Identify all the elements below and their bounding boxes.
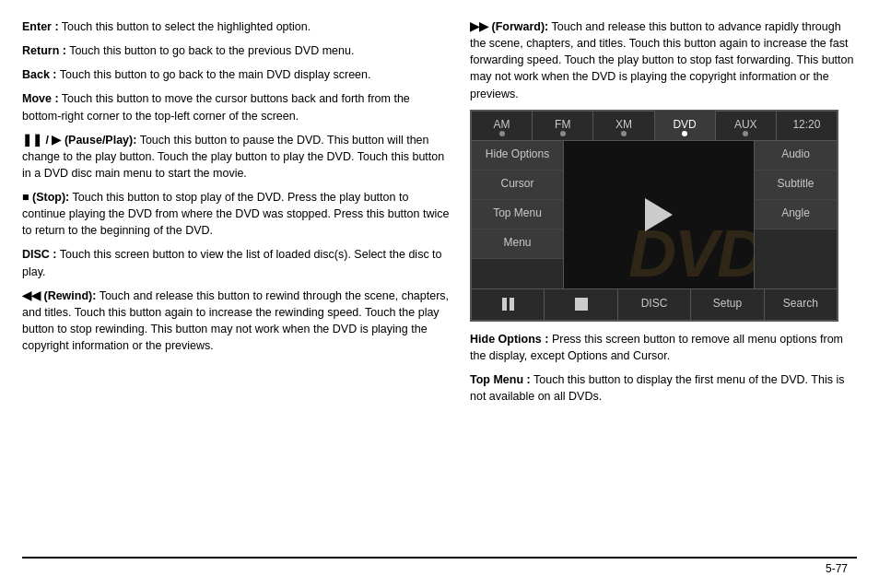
center-area: DVD [564, 141, 754, 288]
aux-dot [743, 131, 748, 136]
move-para: Move : Touch this button to move the cur… [22, 90, 451, 123]
top-menu-button[interactable]: Top Menu [472, 200, 563, 229]
dvd-button[interactable]: DVD [655, 111, 716, 140]
top-bar: AM FM XM DVD [472, 112, 837, 141]
subtitle-button[interactable]: Subtitle [755, 171, 837, 200]
disc-label: DISC : [22, 248, 57, 261]
hide-options-button[interactable]: Hide Options [472, 141, 563, 171]
stop-text: Touch this button to stop play of the DV… [22, 191, 449, 237]
return-para: Return : Touch this button to go back to… [22, 42, 451, 59]
hide-options-para: Hide Options : Press this screen button … [470, 331, 857, 364]
stop-para: ■ (Stop): Touch this button to stop play… [22, 189, 451, 239]
enter-label: Enter : [22, 20, 59, 33]
return-label: Return : [22, 44, 66, 57]
return-text: Touch this button to go back to the prev… [66, 44, 354, 57]
angle-button[interactable]: Angle [755, 200, 837, 229]
rewind-label: ◀◀ (Rewind): [22, 289, 96, 302]
footer-bar: 5-77 [22, 557, 857, 579]
search-button[interactable]: Search [765, 288, 837, 320]
disc-bottom-button[interactable]: DISC [618, 288, 691, 320]
audio-button[interactable]: Audio [755, 141, 837, 171]
rewind-para: ◀◀ (Rewind): Touch and release this butt… [22, 288, 451, 355]
play-triangle-icon [645, 198, 673, 231]
dvd-dot [682, 131, 687, 136]
enter-para: Enter : Touch this button to select the … [22, 18, 451, 35]
enter-text: Touch this button to select the highligh… [59, 20, 311, 33]
top-menu-para: Top Menu : Touch this button to display … [470, 371, 857, 405]
pause-button[interactable] [472, 288, 545, 320]
page: Enter : Touch this button to select the … [0, 0, 879, 588]
disc-para: DISC : Touch this screen button to view … [22, 246, 451, 279]
back-label: Back : [22, 68, 57, 81]
left-column: Enter : Touch this button to select the … [22, 18, 451, 553]
fm-button[interactable]: FM [533, 111, 593, 140]
pauseplay-label: ❚❚ / ▶ (Pause/Play): [22, 134, 136, 147]
right-column: ▶▶ (Forward): Touch and release this but… [470, 18, 857, 553]
pauseplay-para: ❚❚ / ▶ (Pause/Play): Touch this button t… [22, 132, 451, 182]
screen-body: Hide Options Cursor Top Menu Menu DVD [472, 141, 837, 288]
move-text: Touch this button to move the cursor but… [22, 92, 410, 122]
left-menu: Hide Options Cursor Top Menu Menu [472, 141, 564, 288]
am-dot [499, 131, 505, 136]
stop-button[interactable] [545, 288, 617, 320]
forward-label: ▶▶ (Forward): [470, 20, 548, 33]
time-display: 12:20 [777, 111, 837, 140]
move-label: Move : [22, 92, 59, 105]
play-icon-button[interactable] [640, 196, 677, 233]
disc-text: Touch this screen button to view the lis… [22, 248, 442, 277]
menu-button[interactable]: Menu [472, 229, 563, 259]
setup-button[interactable]: Setup [691, 288, 764, 320]
cursor-button[interactable]: Cursor [472, 171, 563, 200]
hide-options-label: Hide Options : [470, 333, 548, 346]
dvd-screen: AM FM XM DVD [470, 110, 838, 322]
right-menu: Audio Subtitle Angle [754, 141, 837, 288]
fm-dot [560, 131, 566, 136]
xm-dot [621, 131, 627, 136]
top-menu-label: Top Menu : [470, 373, 531, 386]
xm-button[interactable]: XM [593, 111, 654, 140]
forward-para: ▶▶ (Forward): Touch and release this but… [470, 18, 857, 102]
bottom-bar: DISC Setup Search [472, 288, 837, 320]
page-number: 5-77 [826, 562, 848, 575]
aux-button[interactable]: AUX [716, 111, 777, 140]
back-text: Touch this button to go back to the main… [57, 68, 371, 81]
back-para: Back : Touch this button to go back to t… [22, 66, 451, 83]
stop-icon [575, 298, 588, 311]
content-area: Enter : Touch this button to select the … [22, 18, 857, 553]
stop-label: ■ (Stop): [22, 191, 69, 204]
pause-icon [502, 298, 514, 311]
am-button[interactable]: AM [472, 111, 533, 140]
